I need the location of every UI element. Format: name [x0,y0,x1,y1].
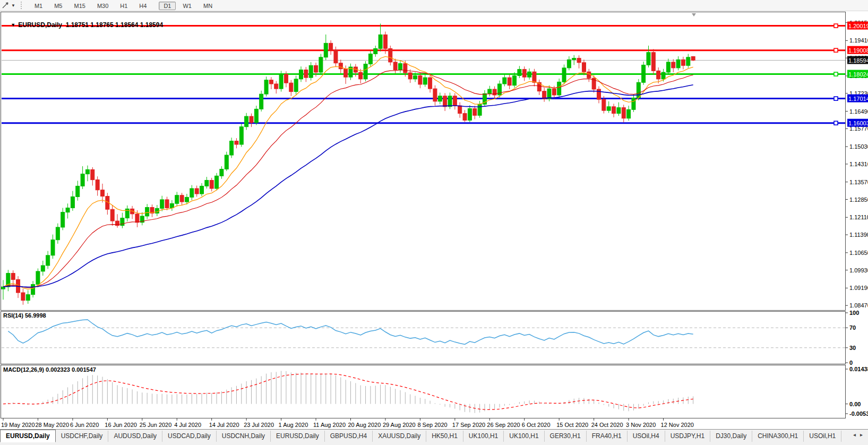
tool-dropdown-caret-icon[interactable]: ▼ [11,3,15,8]
candle-body [383,35,387,48]
chart-menu-caret-icon[interactable]: ▼ [11,22,15,28]
chart-tab-usoil-h1[interactable]: USOil,H1 [804,431,841,442]
candle-body [676,59,680,68]
price-level-badge-label: 1.19008 [848,47,868,54]
timeframe-button-h4[interactable]: H4 [134,2,151,10]
ohlc-quote-label: 1.18751 1.18765 1.18564 1.18594 [66,21,164,29]
candle-body [329,43,333,50]
candle-body [389,48,392,62]
time-axis-label: 6 Jun 2020 [70,422,99,428]
candle-body [379,35,382,48]
chart-tab-usdcnh-daily[interactable]: USDCNH,Daily [217,431,271,442]
price-axis-label: 1.08470 [849,302,868,309]
level-line-handle[interactable] [834,97,838,100]
candle-body [478,104,482,115]
chart-tab-gbpusd-h4[interactable]: GBPUSD,H4 [325,431,373,442]
candle-body [314,65,318,72]
candle-body [399,64,402,70]
candle-body [522,70,526,78]
chart-tab-xauusd-daily[interactable]: XAUUSD,Daily [373,431,426,442]
level-line-handle[interactable] [834,72,838,76]
timeframe-button-mn[interactable]: MN [199,2,217,10]
candle-body [582,63,586,72]
candle-body [205,180,209,186]
toolbar-grip-handle[interactable] [21,2,24,9]
candle-body [562,68,566,82]
chart-tab-uk100-h1[interactable]: UK100,H1 [504,431,544,442]
candle-body [284,74,288,83]
tab-scroll-left-button[interactable]: ◂ [851,432,858,438]
timeframe-button-h1[interactable]: H1 [115,2,132,10]
candle-body [71,196,74,208]
chart-tab-uk100-h1[interactable]: UK100,H1 [463,431,504,442]
price-axis-label: 1.19410 [849,37,868,44]
chart-tab-usdcad-daily[interactable]: USDCAD,Daily [162,431,217,442]
time-axis-label: 20 Aug 2020 [348,422,381,428]
chart-tab-ger30-h1[interactable]: GER30,H1 [545,431,587,442]
chart-tab-eurusd-daily[interactable]: EURUSD,Daily [0,430,56,442]
timeframe-button-m1[interactable]: M1 [30,2,47,10]
candle-body [651,53,655,71]
candle-body [309,65,313,78]
candle-body [418,75,422,84]
timeframe-button-d1[interactable]: D1 [159,2,176,10]
time-axis-label: 14 Jul 2020 [209,422,239,428]
timeframe-button-m30[interactable]: M30 [92,2,113,10]
chart-tab-china300-h1[interactable]: CHINA300,H1 [752,431,804,442]
candle-body [170,203,174,208]
candle-body [250,116,253,123]
chart-tab-usdchf-daily[interactable]: USDCHF,Daily [56,431,109,442]
candle-body [91,169,94,179]
chart-tab-usoil-h4[interactable]: USOil,H4 [628,431,665,442]
candle-body [572,58,576,60]
candle-body [463,114,467,121]
candle-body [289,83,293,91]
candle-body [681,59,685,65]
candle-body [239,127,243,144]
cursor-tool-icon[interactable] [2,2,10,9]
candle-body [2,287,5,289]
chart-tab-dj30-daily[interactable]: DJ30,Daily [710,431,752,442]
candle-body [274,84,278,89]
candle-body [61,212,65,227]
time-axis-label: 11 Aug 2020 [313,422,346,428]
chart-canvas[interactable]: 1.201501.194101.186901.179501.172301.164… [0,0,868,445]
candle-body [513,75,517,85]
candle-body [225,155,228,169]
candle-body [368,54,372,64]
candle-body [587,72,591,78]
level-line-handle[interactable] [834,24,838,28]
candle-body [448,96,452,107]
candle-body [165,200,169,208]
price-axis-label: 1.11390 [849,232,868,238]
timeframe-button-w1[interactable]: W1 [178,2,196,10]
time-axis-label: 3 Nov 2020 [626,422,656,428]
candle-body [552,89,556,95]
candle-body [185,197,188,202]
tab-scroll-right-button[interactable]: ▸ [858,432,865,438]
candle-body [190,189,194,197]
candle-body [260,94,263,109]
candle-body [632,98,635,109]
candle-body [294,79,298,92]
candle-body [488,89,492,93]
chart-tab-usdjpy-h1[interactable]: USDJPY,H1 [665,431,710,442]
price-axis-label: 1.14310 [849,161,868,167]
timeframe-button-m15[interactable]: M15 [69,2,90,10]
level-line-handle[interactable] [834,121,838,125]
time-axis-label: 1 Aug 2020 [279,422,308,428]
level-line-handle[interactable] [834,48,838,52]
rsi-panel [1,312,846,364]
chart-tab-eurusd-daily[interactable]: EURUSD,Daily [271,431,325,442]
chart-tab-audusd-daily[interactable]: AUDUSD,Daily [108,431,162,442]
chart-tab-fra40-h1[interactable]: FRA40,H1 [587,431,628,442]
macd-axis-label: 0.00 [849,401,861,407]
timeframe-button-m5[interactable]: M5 [49,2,67,10]
main-chart-panel[interactable] [1,12,846,311]
candle-body [180,195,184,202]
candle-body [518,70,521,76]
candle-body [66,208,70,212]
candle-body [393,62,397,70]
timeframe-buttons: M1M5M15M30H1H4D1W1MN [29,1,218,10]
chart-tab-hk50-h1[interactable]: HK50,H1 [426,431,463,442]
